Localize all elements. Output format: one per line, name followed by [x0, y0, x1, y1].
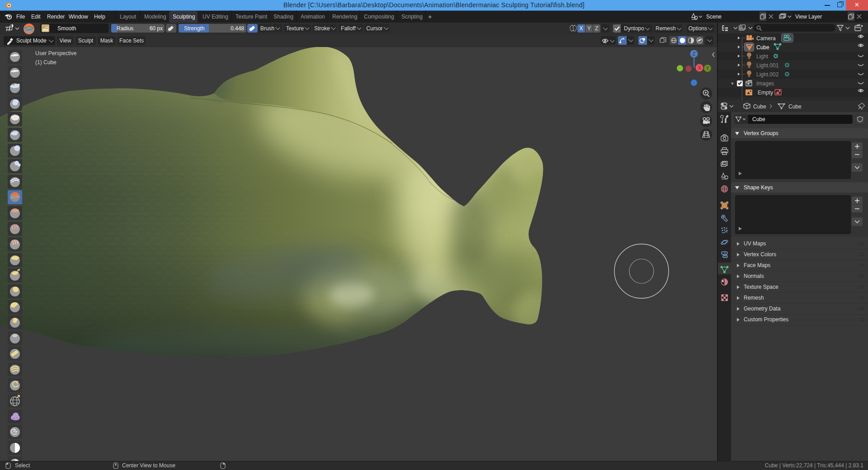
svg-text:X: X [698, 66, 701, 70]
svg-text:Z: Z [693, 52, 695, 56]
svg-text:Y: Y [706, 66, 709, 71]
